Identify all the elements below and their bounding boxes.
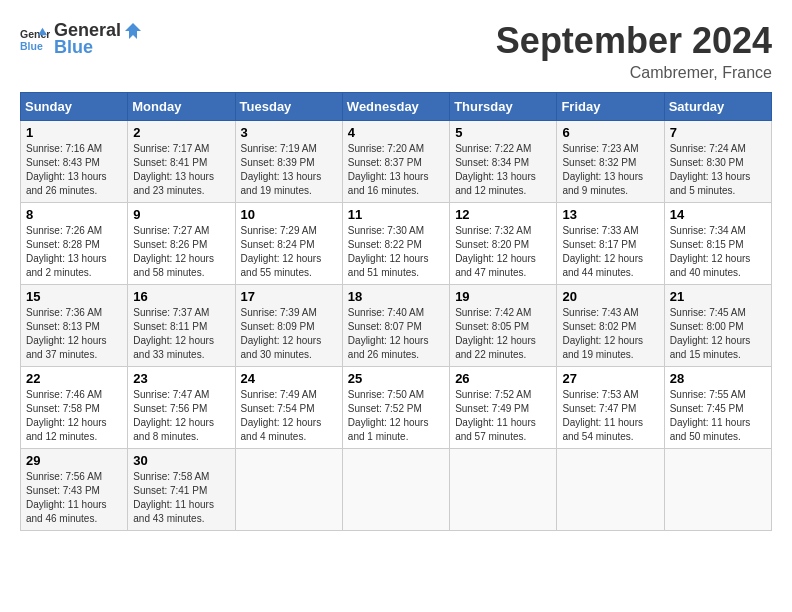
day-info: Sunrise: 7:34 AM Sunset: 8:15 PM Dayligh… bbox=[670, 224, 766, 280]
sunrise-label: Sunrise: 7:24 AM bbox=[670, 143, 746, 154]
table-row: 28 Sunrise: 7:55 AM Sunset: 7:45 PM Dayl… bbox=[664, 367, 771, 449]
daylight-label: Daylight: 12 hours and 58 minutes. bbox=[133, 253, 214, 278]
svg-text:Blue: Blue bbox=[20, 40, 43, 52]
header-tuesday: Tuesday bbox=[235, 93, 342, 121]
day-number: 4 bbox=[348, 125, 444, 140]
day-number: 16 bbox=[133, 289, 229, 304]
daylight-label: Daylight: 11 hours and 50 minutes. bbox=[670, 417, 751, 442]
calendar-week-2: 8 Sunrise: 7:26 AM Sunset: 8:28 PM Dayli… bbox=[21, 203, 772, 285]
sunset-label: Sunset: 8:07 PM bbox=[348, 321, 422, 332]
sunset-label: Sunset: 8:28 PM bbox=[26, 239, 100, 250]
sunrise-label: Sunrise: 7:56 AM bbox=[26, 471, 102, 482]
day-number: 26 bbox=[455, 371, 551, 386]
day-info: Sunrise: 7:43 AM Sunset: 8:02 PM Dayligh… bbox=[562, 306, 658, 362]
sunset-label: Sunset: 8:24 PM bbox=[241, 239, 315, 250]
sunset-label: Sunset: 8:11 PM bbox=[133, 321, 207, 332]
daylight-label: Daylight: 12 hours and 40 minutes. bbox=[670, 253, 751, 278]
sunrise-label: Sunrise: 7:27 AM bbox=[133, 225, 209, 236]
daylight-label: Daylight: 13 hours and 19 minutes. bbox=[241, 171, 322, 196]
day-info: Sunrise: 7:23 AM Sunset: 8:32 PM Dayligh… bbox=[562, 142, 658, 198]
table-row: 14 Sunrise: 7:34 AM Sunset: 8:15 PM Dayl… bbox=[664, 203, 771, 285]
day-info: Sunrise: 7:29 AM Sunset: 8:24 PM Dayligh… bbox=[241, 224, 337, 280]
sunset-label: Sunset: 8:09 PM bbox=[241, 321, 315, 332]
sunset-label: Sunset: 8:22 PM bbox=[348, 239, 422, 250]
sunset-label: Sunset: 8:00 PM bbox=[670, 321, 744, 332]
sunset-label: Sunset: 7:56 PM bbox=[133, 403, 207, 414]
daylight-label: Daylight: 11 hours and 57 minutes. bbox=[455, 417, 536, 442]
daylight-label: Daylight: 12 hours and 8 minutes. bbox=[133, 417, 214, 442]
logo-icon: General Blue bbox=[20, 24, 50, 54]
daylight-label: Daylight: 11 hours and 54 minutes. bbox=[562, 417, 643, 442]
day-info: Sunrise: 7:20 AM Sunset: 8:37 PM Dayligh… bbox=[348, 142, 444, 198]
daylight-label: Daylight: 11 hours and 43 minutes. bbox=[133, 499, 214, 524]
sunrise-label: Sunrise: 7:46 AM bbox=[26, 389, 102, 400]
sunset-label: Sunset: 7:41 PM bbox=[133, 485, 207, 496]
sunrise-label: Sunrise: 7:49 AM bbox=[241, 389, 317, 400]
sunset-label: Sunset: 8:39 PM bbox=[241, 157, 315, 168]
day-info: Sunrise: 7:42 AM Sunset: 8:05 PM Dayligh… bbox=[455, 306, 551, 362]
sunset-label: Sunset: 7:58 PM bbox=[26, 403, 100, 414]
month-title: September 2024 bbox=[496, 20, 772, 62]
sunrise-label: Sunrise: 7:40 AM bbox=[348, 307, 424, 318]
day-info: Sunrise: 7:39 AM Sunset: 8:09 PM Dayligh… bbox=[241, 306, 337, 362]
sunset-label: Sunset: 7:54 PM bbox=[241, 403, 315, 414]
sunrise-label: Sunrise: 7:26 AM bbox=[26, 225, 102, 236]
sunrise-label: Sunrise: 7:17 AM bbox=[133, 143, 209, 154]
daylight-label: Daylight: 13 hours and 16 minutes. bbox=[348, 171, 429, 196]
daylight-label: Daylight: 12 hours and 51 minutes. bbox=[348, 253, 429, 278]
day-number: 30 bbox=[133, 453, 229, 468]
day-info: Sunrise: 7:45 AM Sunset: 8:00 PM Dayligh… bbox=[670, 306, 766, 362]
table-row: 9 Sunrise: 7:27 AM Sunset: 8:26 PM Dayli… bbox=[128, 203, 235, 285]
sunrise-label: Sunrise: 7:53 AM bbox=[562, 389, 638, 400]
daylight-label: Daylight: 12 hours and 15 minutes. bbox=[670, 335, 751, 360]
daylight-label: Daylight: 13 hours and 26 minutes. bbox=[26, 171, 107, 196]
day-info: Sunrise: 7:55 AM Sunset: 7:45 PM Dayligh… bbox=[670, 388, 766, 444]
sunset-label: Sunset: 8:13 PM bbox=[26, 321, 100, 332]
sunset-label: Sunset: 8:17 PM bbox=[562, 239, 636, 250]
day-number: 29 bbox=[26, 453, 122, 468]
day-number: 22 bbox=[26, 371, 122, 386]
sunrise-label: Sunrise: 7:42 AM bbox=[455, 307, 531, 318]
day-number: 15 bbox=[26, 289, 122, 304]
daylight-label: Daylight: 13 hours and 5 minutes. bbox=[670, 171, 751, 196]
sunrise-label: Sunrise: 7:39 AM bbox=[241, 307, 317, 318]
day-number: 7 bbox=[670, 125, 766, 140]
sunrise-label: Sunrise: 7:37 AM bbox=[133, 307, 209, 318]
day-number: 14 bbox=[670, 207, 766, 222]
day-number: 2 bbox=[133, 125, 229, 140]
sunrise-label: Sunrise: 7:43 AM bbox=[562, 307, 638, 318]
day-number: 23 bbox=[133, 371, 229, 386]
table-row: 26 Sunrise: 7:52 AM Sunset: 7:49 PM Dayl… bbox=[450, 367, 557, 449]
table-row: 6 Sunrise: 7:23 AM Sunset: 8:32 PM Dayli… bbox=[557, 121, 664, 203]
sunrise-label: Sunrise: 7:16 AM bbox=[26, 143, 102, 154]
daylight-label: Daylight: 12 hours and 33 minutes. bbox=[133, 335, 214, 360]
sunrise-label: Sunrise: 7:36 AM bbox=[26, 307, 102, 318]
day-number: 17 bbox=[241, 289, 337, 304]
sunset-label: Sunset: 8:20 PM bbox=[455, 239, 529, 250]
table-row: 13 Sunrise: 7:33 AM Sunset: 8:17 PM Dayl… bbox=[557, 203, 664, 285]
sunrise-label: Sunrise: 7:29 AM bbox=[241, 225, 317, 236]
daylight-label: Daylight: 12 hours and 12 minutes. bbox=[26, 417, 107, 442]
table-row bbox=[235, 449, 342, 531]
day-info: Sunrise: 7:16 AM Sunset: 8:43 PM Dayligh… bbox=[26, 142, 122, 198]
title-block: September 2024 Cambremer, France bbox=[496, 20, 772, 82]
day-number: 1 bbox=[26, 125, 122, 140]
calendar-header-row: Sunday Monday Tuesday Wednesday Thursday… bbox=[21, 93, 772, 121]
logo: General Blue General Blue bbox=[20, 20, 143, 58]
sunset-label: Sunset: 7:52 PM bbox=[348, 403, 422, 414]
sunrise-label: Sunrise: 7:33 AM bbox=[562, 225, 638, 236]
table-row bbox=[450, 449, 557, 531]
sunrise-label: Sunrise: 7:45 AM bbox=[670, 307, 746, 318]
sunrise-label: Sunrise: 7:58 AM bbox=[133, 471, 209, 482]
day-info: Sunrise: 7:47 AM Sunset: 7:56 PM Dayligh… bbox=[133, 388, 229, 444]
day-number: 25 bbox=[348, 371, 444, 386]
table-row: 7 Sunrise: 7:24 AM Sunset: 8:30 PM Dayli… bbox=[664, 121, 771, 203]
sunset-label: Sunset: 8:15 PM bbox=[670, 239, 744, 250]
sunset-label: Sunset: 8:41 PM bbox=[133, 157, 207, 168]
table-row: 17 Sunrise: 7:39 AM Sunset: 8:09 PM Dayl… bbox=[235, 285, 342, 367]
calendar-week-4: 22 Sunrise: 7:46 AM Sunset: 7:58 PM Dayl… bbox=[21, 367, 772, 449]
table-row: 12 Sunrise: 7:32 AM Sunset: 8:20 PM Dayl… bbox=[450, 203, 557, 285]
day-number: 5 bbox=[455, 125, 551, 140]
day-number: 11 bbox=[348, 207, 444, 222]
table-row: 10 Sunrise: 7:29 AM Sunset: 8:24 PM Dayl… bbox=[235, 203, 342, 285]
